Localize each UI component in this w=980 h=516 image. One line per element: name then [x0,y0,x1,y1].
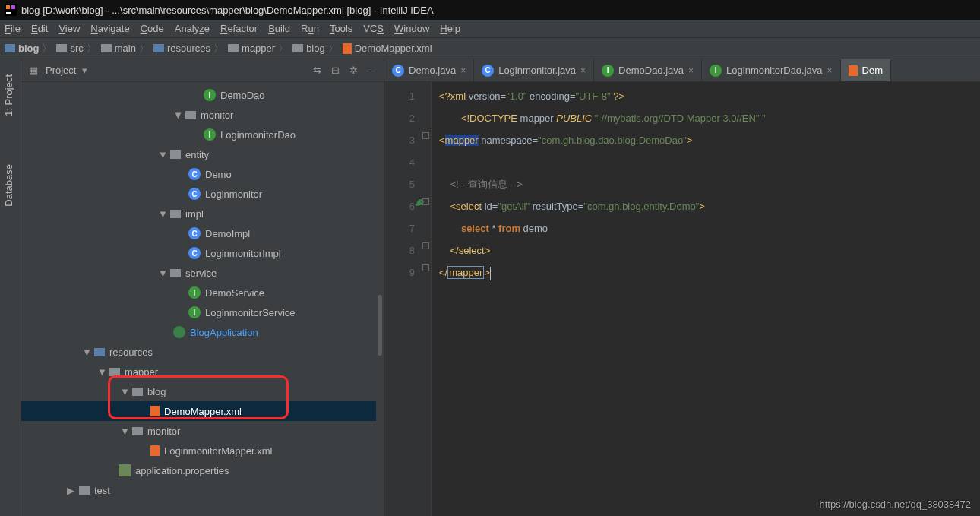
svg-rect-3 [6,12,11,14]
tab-loginmonitor-java[interactable]: CLoginmonitor.java× [474,59,594,81]
tree-node-appprops[interactable]: application.properties [21,461,384,480]
tree-node-monitor2[interactable]: ▼monitor [21,421,384,441]
folder-icon [170,210,181,218]
crumb-src[interactable]: src〉 [56,42,96,55]
fold-gutter[interactable] [421,82,432,516]
tab-demodao-java[interactable]: IDemoDao.java× [594,59,702,81]
tree-node-impl[interactable]: ▼impl [21,204,384,223]
menu-analyze[interactable]: Analyze [175,23,210,34]
tree-node-demoimpl[interactable]: CDemoImpl [21,223,384,243]
gear-icon[interactable]: ✲ [347,65,359,77]
tree-node-loginmonitordao[interactable]: ILoginmonitorDao [21,125,384,144]
tree-node-loginmonitorimpl[interactable]: CLoginmonitorImpl [21,243,384,263]
chevron-down-icon: ▼ [158,208,166,220]
tree-node-service[interactable]: ▼service [21,263,384,283]
crumb-mapper[interactable]: mapper〉 [228,42,288,55]
annotation-highlight [108,375,289,419]
folder-icon [292,44,303,52]
class-icon: C [188,247,201,259]
folder-icon [5,44,15,52]
folder-icon [79,486,90,495]
fold-handle[interactable] [422,264,429,271]
crumb-blog[interactable]: blog〉 [5,42,52,55]
class-icon: C [392,65,404,77]
editor-area: CDemo.java× CLoginmonitor.java× IDemoDao… [384,59,980,516]
window-title: blog [D:\work\blog] - ...\src\main\resou… [21,5,434,16]
tab-loginmonitordao-java[interactable]: ILoginmonitorDao.java× [702,59,840,81]
crumb-file[interactable]: DemoMapper.xml [343,43,432,54]
folder-icon [101,44,112,52]
tab-demomapper-xml[interactable]: Dem [841,59,891,81]
code-content[interactable]: <?xml version="1.0" encoding="UTF-8" ?> … [432,82,980,516]
menu-vcs[interactable]: VCS [363,23,384,34]
watermark-text: https://blog.csdn.net/qq_38038472 [820,499,972,510]
menu-window[interactable]: Window [394,23,429,34]
interface-icon: I [602,65,614,77]
project-view-icon[interactable]: ▦ [27,65,40,77]
collapse-icon[interactable]: ⊟ [329,65,341,77]
tool-tab-project[interactable]: 1: Project [3,74,14,116]
editor-tabs: CDemo.java× CLoginmonitor.java× IDemoDao… [384,59,980,82]
tree-node-loginmonitor[interactable]: CLoginmonitor [21,184,384,204]
spring-boot-icon [173,326,185,338]
menu-help[interactable]: Help [440,23,460,34]
crumb-blog2[interactable]: blog〉 [292,42,338,55]
project-header: ▦ Project ▾ ⇆ ⊟ ✲ — [21,59,384,82]
folder-icon [185,111,196,119]
tab-demo-java[interactable]: CDemo.java× [384,59,474,81]
svg-rect-1 [6,5,10,9]
mybatis-icon [413,196,427,210]
tree-node-loginmonitormapper[interactable]: LoginmonitorMapper.xml [21,441,384,461]
folder-icon [228,44,239,52]
tree-node-entity[interactable]: ▼entity [21,144,384,164]
crumb-main[interactable]: main〉 [101,42,149,55]
menu-edit[interactable]: Edit [31,23,48,34]
chevron-down-icon: ▼ [120,426,128,437]
crumb-resources[interactable]: resources〉 [153,42,223,55]
project-header-label[interactable]: Project [46,65,76,76]
fold-handle[interactable] [422,132,429,139]
folder-icon [153,44,164,52]
menu-view[interactable]: View [58,23,80,34]
autoscroll-icon[interactable]: ⇆ [311,65,323,77]
project-tree[interactable]: IDemoDao ▼monitor ILoginmonitorDao ▼enti… [21,82,384,516]
text-cursor [490,267,491,280]
chevron-down-icon: ▼ [82,347,90,358]
chevron-down-icon: ▼ [158,267,166,279]
tree-node-blogapplication[interactable]: BlogApplication [21,322,384,342]
tree-node-loginmonitorservice[interactable]: ILoginmonitorService [21,302,384,322]
xml-file-icon [150,445,160,456]
tree-node-resources[interactable]: ▼resources [21,342,384,362]
close-icon[interactable]: × [827,65,833,76]
interface-icon: I [710,65,722,77]
interface-icon: I [204,128,216,141]
tree-node-demoservice[interactable]: IDemoService [21,283,384,302]
folder-icon [94,348,105,356]
scrollbar[interactable] [376,82,384,516]
menu-code[interactable]: Code [141,23,164,34]
chevron-down-icon: ▼ [158,149,166,160]
class-icon: C [188,168,201,180]
folder-icon [109,368,120,376]
menu-build[interactable]: Build [268,23,290,34]
close-icon[interactable]: × [460,65,466,76]
fold-handle[interactable] [422,242,429,249]
menu-run[interactable]: Run [301,23,319,34]
menu-refactor[interactable]: Refactor [220,23,258,34]
hide-icon[interactable]: — [365,65,378,77]
tree-node-test[interactable]: ▶test [21,480,384,500]
tree-node-demo[interactable]: CDemo [21,164,384,184]
tree-node-demodao[interactable]: IDemoDao [21,85,384,105]
code-editor[interactable]: 123456789 <?xml version="1.0" encoding="… [384,82,980,516]
tool-tab-database[interactable]: Database [3,164,14,207]
chevron-down-icon[interactable]: ▾ [82,65,87,76]
chevron-right-icon: 〉 [139,42,149,55]
close-icon[interactable]: × [688,65,694,76]
tree-node-monitor[interactable]: ▼monitor [21,105,384,125]
menu-navigate[interactable]: Navigate [90,23,129,34]
menu-tools[interactable]: Tools [330,23,352,34]
breadcrumb: blog〉 src〉 main〉 resources〉 mapper〉 blog… [0,38,980,59]
close-icon[interactable]: × [580,65,586,76]
menu-file[interactable]: File [5,23,21,34]
class-icon: C [188,227,201,239]
